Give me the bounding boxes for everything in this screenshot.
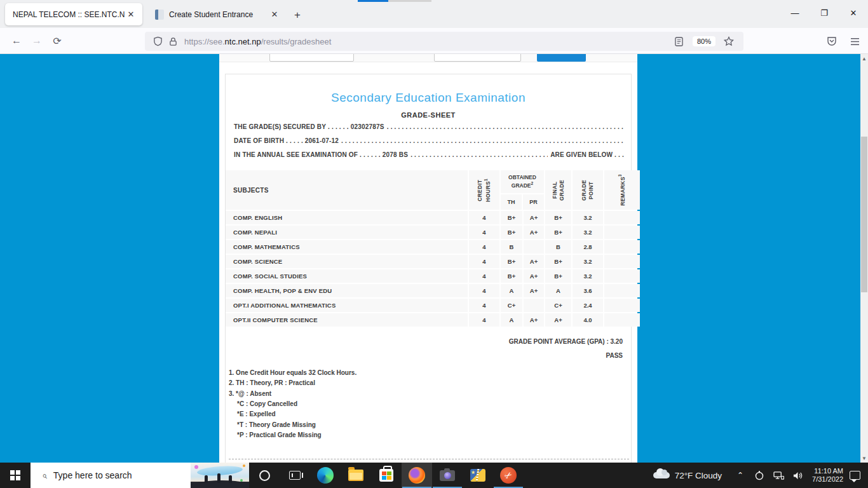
- table-cell-final: A+: [545, 313, 571, 327]
- dashed-divider: [229, 459, 629, 459]
- table-cell-final: B+: [545, 211, 571, 224]
- taskbar-store-button[interactable]: [371, 463, 402, 488]
- window-controls: — ❐ ✕: [780, 0, 868, 25]
- start-button[interactable]: [0, 463, 31, 488]
- table-row-subject: OPT.II COMPUTER SCIENCE: [226, 313, 468, 327]
- table-cell-remarks: [604, 299, 640, 312]
- table-cell-point: 3.2: [573, 269, 603, 283]
- menu-hamburger-icon[interactable]: [845, 32, 864, 51]
- meet-now-icon[interactable]: [752, 470, 767, 480]
- tab-nepal-telecom[interactable]: NEPAL TELECOM :: SEE.NTC.NET.NP ✕: [5, 3, 142, 25]
- taskbar-file-explorer-button[interactable]: [341, 463, 371, 488]
- date-of-birth-line: DATE OF BIRTH . . . . . 2061-07-12 . . .…: [234, 137, 624, 146]
- table-cell-credit: 4: [469, 284, 499, 297]
- table-row-subject: COMP. ENGLISH: [226, 211, 468, 224]
- weather-cloud-icon: [653, 472, 670, 478]
- new-tab-button[interactable]: +: [290, 8, 305, 23]
- weather-text[interactable]: 72°F Cloudy: [675, 471, 722, 480]
- dot-fill: . . . . . . . . . . . . . . . . . . . . …: [410, 151, 548, 159]
- table-cell-remarks: [604, 211, 640, 224]
- pocket-icon[interactable]: [822, 32, 841, 51]
- lock-icon[interactable]: [165, 37, 180, 46]
- table-cell-th: B+: [501, 269, 522, 283]
- shield-icon[interactable]: [150, 36, 165, 46]
- taskbar: ⌕ Type here to search ✂: [0, 463, 868, 488]
- volume-icon[interactable]: [790, 471, 805, 480]
- task-view-button[interactable]: [280, 463, 310, 488]
- url-domain: ntc.net.np: [225, 37, 261, 46]
- bookmark-star-icon[interactable]: [719, 36, 738, 46]
- taskbar-clock[interactable]: 11:10 AM 7/31/2022: [812, 467, 843, 484]
- tray-chevron-up-icon[interactable]: ⌃: [733, 471, 748, 480]
- close-button[interactable]: ✕: [839, 0, 868, 25]
- table-row-subject: COMP. SCIENCE: [226, 255, 468, 268]
- taskbar-edge-button[interactable]: [310, 463, 341, 488]
- table-cell-point: 2.4: [573, 299, 603, 312]
- scrollbar-thumb[interactable]: [861, 137, 867, 292]
- taskbar-screen-recorder-button[interactable]: ✂: [493, 463, 524, 488]
- url-scheme: https://see.: [184, 37, 225, 46]
- cortana-button[interactable]: [249, 463, 280, 488]
- table-cell-point: 3.2: [573, 226, 603, 239]
- reader-mode-icon[interactable]: [670, 37, 689, 46]
- action-center-icon[interactable]: [850, 471, 860, 480]
- table-cell-th: B+: [501, 226, 522, 239]
- table-cell-pr: A+: [524, 284, 544, 297]
- search-submit-button[interactable]: [537, 54, 586, 62]
- search-highlight-image[interactable]: [191, 463, 249, 488]
- tab-close-icon[interactable]: ✕: [125, 8, 137, 21]
- back-icon[interactable]: ←: [6, 32, 27, 50]
- table-cell-pr: A+: [524, 211, 544, 224]
- minimize-button[interactable]: —: [780, 0, 810, 25]
- col-header-pr: PR: [523, 194, 544, 210]
- network-icon[interactable]: [771, 471, 786, 480]
- scroll-down-icon[interactable]: ▼: [860, 454, 868, 463]
- table-cell-pr: [524, 299, 544, 312]
- taskbar-firefox-button[interactable]: [402, 463, 432, 488]
- table-cell-point: 3.6: [573, 284, 603, 297]
- scroll-up-icon[interactable]: ▲: [860, 54, 868, 63]
- date-of-birth-input[interactable]: [434, 54, 521, 62]
- symbol-number-input[interactable]: [269, 54, 354, 62]
- taskbar-camera-button[interactable]: [432, 463, 463, 488]
- tab-loading-track: [388, 0, 431, 2]
- student-id-line: THE GRADE(S) SECURED BY . . . . . . 0230…: [234, 123, 624, 132]
- table-row-subject: COMP. SOCIAL STUDIES: [226, 269, 468, 283]
- dot-fill: . . . . . . . . . . . . . . . . . . . . …: [387, 123, 624, 132]
- table-cell-remarks: [604, 269, 640, 283]
- examination-year-text: IN THE ANNUAL SEE EXAMINATION OF . . . .…: [234, 151, 408, 159]
- tab-create-student-entrance[interactable]: Create Student Entrance ✕: [149, 3, 285, 25]
- date-of-birth-text: DATE OF BIRTH . . . . . 2061-07-12: [234, 137, 339, 146]
- gradesheet-card: Secondary Education Examination GRADE-SH…: [225, 74, 632, 463]
- examination-year-line: IN THE ANNUAL SEE EXAMINATION OF . . . .…: [234, 151, 624, 159]
- dot-fill: . . . . . . . . . . . . . . . . . . . . …: [341, 137, 624, 146]
- winzip-icon: [470, 469, 485, 482]
- table-cell-point: 3.2: [573, 255, 603, 268]
- table-cell-remarks: [604, 284, 640, 297]
- footnote: 1. One Credit Hour equals 32 Clock Hours…: [229, 369, 623, 379]
- col-header-credit-hours: CREDITHOURS1: [469, 170, 499, 210]
- page-scrollbar[interactable]: ▲ ▼: [860, 54, 868, 463]
- student-id-text: THE GRADE(S) SECURED BY . . . . . . 0230…: [234, 123, 384, 132]
- are-given-below-text: ARE GIVEN BELOW . . .: [550, 151, 624, 159]
- task-view-icon: [289, 471, 301, 480]
- scissors-app-icon: ✂: [500, 467, 517, 484]
- cortana-icon: [259, 470, 270, 481]
- taskbar-search-input[interactable]: ⌕ Type here to search: [31, 463, 249, 488]
- search-placeholder: Type here to search: [53, 470, 132, 480]
- reload-icon[interactable]: ⟳: [47, 32, 67, 50]
- table-cell-credit: 4: [469, 211, 499, 224]
- table-cell-remarks: [604, 226, 640, 239]
- table-cell-remarks: [604, 255, 640, 268]
- tab-close-icon[interactable]: ✕: [268, 8, 281, 21]
- table-cell-final: B+: [545, 226, 571, 239]
- zoom-level-button[interactable]: 80%: [693, 36, 715, 46]
- taskbar-winzip-button[interactable]: [463, 463, 493, 488]
- url-text: https://see.ntc.net.np/results/gradeshee…: [184, 37, 670, 46]
- footnote: *P : Practical Grade Missing: [237, 431, 631, 442]
- page-content-column: Secondary Education Examination GRADE-SH…: [219, 54, 637, 463]
- url-bar[interactable]: https://see.ntc.net.np/results/gradeshee…: [145, 32, 743, 51]
- footnote: *T : Theory Grade Missing: [237, 421, 631, 431]
- restore-button[interactable]: ❐: [810, 0, 839, 25]
- footnote: *C : Copy Cancelled: [237, 400, 631, 410]
